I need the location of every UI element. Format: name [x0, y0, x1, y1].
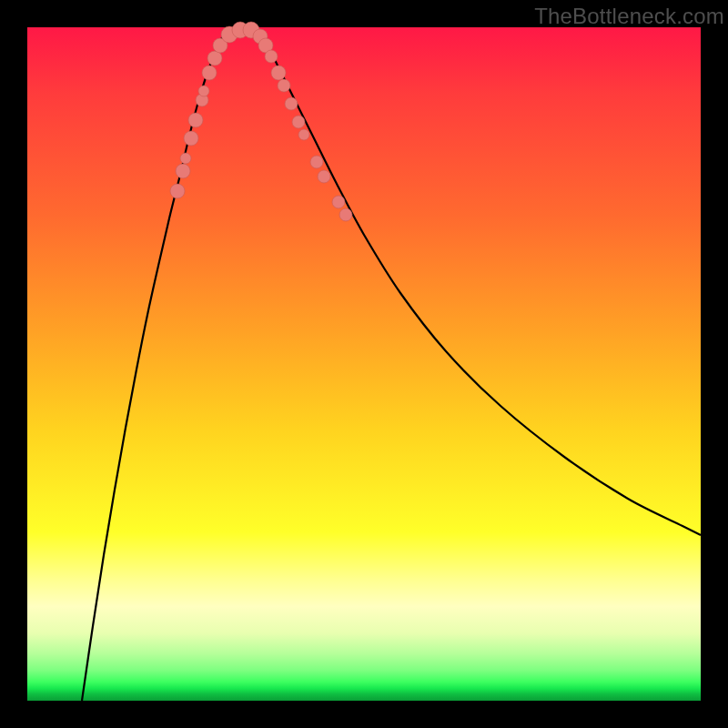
data-dot — [180, 153, 191, 164]
data-dot — [310, 156, 323, 168]
data-dot — [278, 79, 290, 92]
data-dot — [265, 50, 278, 63]
data-dot — [332, 196, 345, 208]
data-dot — [188, 113, 203, 127]
chart-frame: TheBottleneck.com — [0, 0, 728, 728]
data-dot — [176, 164, 190, 178]
data-dot — [318, 170, 330, 183]
curve-layer — [27, 27, 701, 701]
data-dot — [285, 97, 298, 110]
data-dot — [339, 208, 352, 221]
data-dot — [202, 66, 217, 80]
data-dot — [271, 66, 286, 80]
data-dot — [170, 184, 185, 198]
data-dot — [184, 131, 198, 146]
bottleneck-curve — [82, 29, 701, 701]
data-dot — [292, 116, 305, 128]
data-dots — [170, 22, 352, 221]
data-dot — [198, 86, 209, 96]
data-dot — [207, 51, 222, 66]
data-dot — [298, 129, 309, 140]
watermark-text: TheBottleneck.com — [534, 4, 724, 29]
